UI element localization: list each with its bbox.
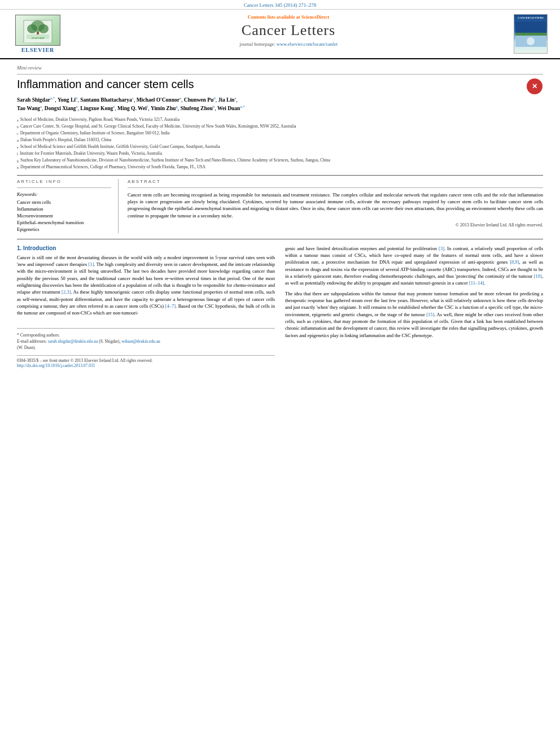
- doi-link[interactable]: http://dx.doi.org/10.1016/j.canlet.2013.…: [17, 363, 95, 368]
- affiliation-item: hDepartment of Pharmaceutical Sciences, …: [17, 164, 543, 171]
- journal-homepage-link[interactable]: www.elsevier.com/locate/canlet: [277, 41, 338, 47]
- section1-para-right1: genic and have limited detoxification en…: [285, 245, 543, 287]
- author-duan: Wei Duan: [217, 106, 240, 112]
- author-li: Yong Li: [58, 97, 76, 103]
- ref1: [1]: [88, 261, 94, 267]
- authors-line: Sarah Shigdara,*, Yong Lib, Santanu Bhat…: [17, 95, 543, 113]
- article-type: Mini-review: [17, 65, 543, 71]
- crossmark-icon: ✕: [527, 78, 542, 94]
- svg-text:✕: ✕: [532, 82, 537, 90]
- affiliation-item: bCancer Care Centre, St. George Hospital…: [17, 123, 543, 130]
- page-bottom: 0304-3835/$ – see front matter © 2013 El…: [17, 355, 275, 368]
- affil-sup: h: [17, 165, 19, 171]
- footnote-email: E-mail addresses: sarah.shigdar@deakin.e…: [17, 338, 275, 344]
- elsevier-wordmark: ELSEVIER: [21, 47, 55, 53]
- author-kong: Lingxue Kong: [80, 106, 113, 112]
- journal-citation-bar: Cancer Letters 345 (2014) 271–278: [0, 0, 560, 10]
- affiliation-item: eSchool of Medical Science and Griffith …: [17, 143, 543, 150]
- author-oconnor: Michael O'Connor: [137, 97, 180, 103]
- author-shigdar: Sarah Shigdar: [17, 97, 50, 103]
- keyword-item: Epigenetics: [17, 226, 111, 232]
- body-right-col: genic and have limited detoxification en…: [285, 245, 543, 369]
- divider-after-abstract: [17, 239, 543, 239]
- footnote-area: * Corresponding authors. E-mail addresse…: [17, 328, 275, 351]
- affil-sup: g: [17, 159, 19, 164]
- elsevier-tree-logo: ELSEVIER: [15, 15, 60, 46]
- svg-text:ELSEVIER: ELSEVIER: [31, 37, 44, 40]
- keyword-item: Inflammation: [17, 206, 111, 212]
- elsevier-logo-area: ELSEVIER ELSEVIER: [7, 14, 69, 54]
- ref15: [15]: [426, 312, 434, 317]
- info-abstract-row: ARTICLE INFO Keywords: Cancer stem cells…: [17, 179, 543, 233]
- crossmark-area: ✕: [526, 78, 543, 95]
- bottom-text: 0304-3835/$ – see front matter © 2013 El…: [17, 358, 275, 363]
- author-zhou: Shufeng Zhou: [180, 106, 212, 112]
- svg-rect-8: [515, 33, 546, 36]
- email2-link[interactable]: wduan@deakin.edu.au: [121, 339, 160, 344]
- affiliation-item: aSchool of Medicine, Deakin University, …: [17, 116, 543, 123]
- author-lin: Jia Lin: [218, 97, 235, 103]
- title-row: Inflammation and cancer stem cells ✕: [17, 78, 543, 95]
- journal-title-area: Contents lists available at ScienceDirec…: [69, 14, 508, 54]
- ref11-14: [11–14]: [469, 280, 484, 286]
- abstract-col: ABSTRACT Cancer stem cells are becoming …: [128, 179, 543, 233]
- affil-text: Suzhou Key Laboratory of Nanobiomedicine…: [20, 157, 330, 164]
- svg-point-2: [27, 24, 37, 33]
- article-info-col: ARTICLE INFO Keywords: Cancer stem cells…: [17, 179, 119, 233]
- affil-text: Cancer Care Centre, St. George Hospital,…: [20, 123, 296, 130]
- keyword-item: Microenvironment: [17, 213, 111, 219]
- affil-sup: a: [17, 118, 19, 123]
- sciencedirect-line: Contents lists available at ScienceDirec…: [80, 14, 497, 20]
- ref3: [3]: [439, 246, 444, 251]
- abstract-title: ABSTRACT: [128, 179, 543, 184]
- keywords-list: Cancer stem cellsInflammationMicroenviro…: [17, 199, 111, 232]
- journal-homepage: journal homepage: www.elsevier.com/locat…: [80, 41, 497, 47]
- ref10: [10]: [534, 273, 542, 279]
- divider-abstract: [128, 187, 543, 188]
- journal-thumbnail-area: CANCER LETTERS: [508, 14, 553, 54]
- section1-heading: 1. Introduction: [17, 245, 275, 251]
- keyword-item: Epithelial–mesenchymal transition: [17, 220, 111, 225]
- author-xiang: Dongxi Xiang: [45, 106, 76, 112]
- affil-sup: b: [17, 125, 19, 130]
- affiliations: aSchool of Medicine, Deakin University, …: [17, 116, 543, 171]
- affil-text: Institute for Frontier Materials, Deakin…: [20, 150, 162, 157]
- article-content: Mini-review Inflammation and cancer stem…: [0, 59, 560, 374]
- affil-text: School of Medical Science and Griffith H…: [20, 143, 220, 150]
- affil-text: Department of Pharmaceutical Sciences, C…: [20, 164, 205, 171]
- affil-text: Dalian Sixth People's Hospital, Dalian 1…: [20, 137, 111, 143]
- affil-sup: f: [17, 152, 18, 157]
- svg-rect-7: [515, 21, 546, 33]
- affil-text: Department of Organic Chemistry, Indian …: [20, 130, 170, 137]
- section1-para-right2: The idea that there are subpopulations w…: [285, 290, 543, 339]
- ref4-7: [4–7]: [165, 303, 176, 309]
- author-zhu: Yimin Zhu: [151, 106, 176, 112]
- article-title: Inflammation and cancer stem cells: [17, 78, 194, 91]
- divider-info: [17, 187, 111, 188]
- keywords-title: Keywords:: [17, 191, 111, 197]
- author-bhattacharya: Santanu Bhattacharya: [80, 97, 132, 103]
- affil-text: School of Medicine, Deakin University, P…: [20, 116, 180, 123]
- affiliation-item: cDepartment of Organic Chemistry, Indian…: [17, 130, 543, 137]
- journal-title: Cancer Letters: [80, 22, 497, 39]
- divider-after-affiliations: [17, 175, 543, 176]
- divider-after-type: [17, 74, 543, 75]
- affiliation-item: gSuzhou Key Laboratory of Nanobiomedicin…: [17, 157, 543, 164]
- svg-point-10: [527, 37, 535, 45]
- email1-name: (S. Shigdar),: [99, 339, 120, 344]
- author-wei: Ming Q. Wei: [117, 106, 147, 112]
- author-wang: Tao Wang: [17, 106, 40, 112]
- sciencedirect-link[interactable]: ScienceDirect: [301, 14, 329, 20]
- affil-sup: d: [17, 138, 19, 143]
- elsevier-logo: ELSEVIER ELSEVIER: [15, 15, 60, 53]
- body-two-col: 1. Introduction Cancer is still one of t…: [17, 245, 543, 369]
- author-pu: Chunwen Pu: [184, 97, 214, 103]
- affiliation-item: dDalian Sixth People's Hospital, Dalian …: [17, 137, 543, 143]
- email1-link[interactable]: sarah.shigdar@deakin.edu.au: [48, 339, 98, 344]
- affil-sup: e: [17, 145, 19, 150]
- keyword-item: Cancer stem cells: [17, 199, 111, 205]
- footnote-email2-name: (W. Duan).: [17, 344, 275, 351]
- journal-header: ELSEVIER ELSEVIER Contents lists availab…: [0, 10, 560, 59]
- article-info-title: ARTICLE INFO: [17, 179, 111, 184]
- abstract-text: Cancer stem cells are becoming recognise…: [128, 191, 543, 219]
